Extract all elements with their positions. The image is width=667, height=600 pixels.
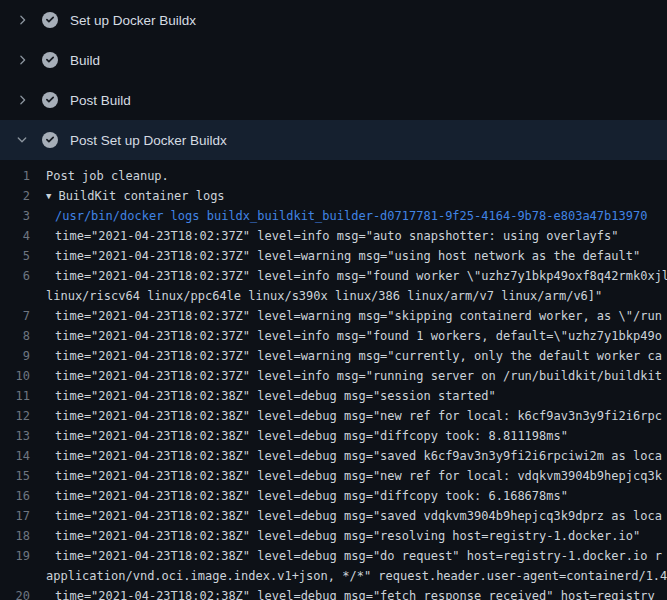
log-line-18: 18 time="2021-04-23T18:02:38Z" level=deb… — [0, 526, 667, 546]
line-content: time="2021-04-23T18:02:38Z" level=debug … — [46, 446, 662, 466]
log-line-16: 16 time="2021-04-23T18:02:38Z" level=deb… — [0, 486, 667, 506]
step-row-set-up-docker-buildx[interactable]: Set up Docker Buildx — [0, 0, 667, 40]
line-text: time="2021-04-23T18:02:38Z" level=debug … — [55, 586, 655, 600]
line-text: time="2021-04-23T18:02:38Z" level=debug … — [55, 486, 568, 506]
check-circle-icon — [42, 52, 58, 68]
line-number[interactable]: 20 — [0, 586, 46, 600]
triangle-down-icon[interactable]: ▼ — [46, 186, 51, 206]
line-text: time="2021-04-23T18:02:37Z" level=warnin… — [55, 346, 662, 366]
step-row-build[interactable]: Build — [0, 40, 667, 80]
line-content: time="2021-04-23T18:02:38Z" level=debug … — [46, 426, 568, 446]
step-row-post-build[interactable]: Post Build — [0, 80, 667, 120]
line-content: time="2021-04-23T18:02:38Z" level=debug … — [46, 466, 662, 486]
log-line-7: 7 time="2021-04-23T18:02:37Z" level=warn… — [0, 306, 667, 326]
log-line-9: 9 time="2021-04-23T18:02:37Z" level=warn… — [0, 346, 667, 366]
step-row-post-set-up-docker-buildx[interactable]: Post Set up Docker Buildx — [0, 120, 667, 160]
log-line-2: 2 ▼BuildKit container logs — [0, 186, 667, 206]
log-line-13: 13 time="2021-04-23T18:02:38Z" level=deb… — [0, 426, 667, 446]
line-text: time="2021-04-23T18:02:38Z" level=debug … — [55, 546, 662, 566]
line-content: time="2021-04-23T18:02:38Z" level=debug … — [46, 526, 640, 546]
line-text[interactable]: BuildKit container logs — [58, 186, 224, 206]
line-text: time="2021-04-23T18:02:38Z" level=debug … — [55, 466, 662, 486]
line-text: Post job cleanup. — [46, 166, 169, 186]
check-circle-icon — [42, 12, 58, 28]
log-line-continuation: linux/riscv64 linux/ppc64le linux/s390x … — [0, 286, 667, 306]
line-content: time="2021-04-23T18:02:37Z" level=warnin… — [46, 246, 640, 266]
line-text: application/vnd.oci.image.index.v1+json,… — [46, 566, 667, 586]
line-text: time="2021-04-23T18:02:37Z" level=info m… — [55, 326, 662, 346]
line-content: time="2021-04-23T18:02:37Z" level=info m… — [46, 226, 619, 246]
line-content: time="2021-04-23T18:02:38Z" level=debug … — [46, 486, 568, 506]
chevron-down-icon — [14, 132, 30, 148]
log-line-11: 11 time="2021-04-23T18:02:38Z" level=deb… — [0, 386, 667, 406]
log-line-19: 19 time="2021-04-23T18:02:38Z" level=deb… — [0, 546, 667, 566]
line-number[interactable]: 8 — [0, 326, 46, 346]
chevron-right-icon — [14, 92, 30, 108]
line-content: time="2021-04-23T18:02:38Z" level=debug … — [46, 386, 496, 406]
step-label: Build — [70, 53, 100, 68]
line-text: time="2021-04-23T18:02:37Z" level=info m… — [55, 366, 662, 386]
line-content: time="2021-04-23T18:02:37Z" level=warnin… — [46, 306, 662, 326]
line-text: time="2021-04-23T18:02:37Z" level=info m… — [55, 266, 667, 286]
line-content: time="2021-04-23T18:02:38Z" level=debug … — [46, 546, 662, 566]
line-text: /usr/bin/docker logs buildx_buildkit_bui… — [55, 206, 647, 226]
step-label: Set up Docker Buildx — [70, 13, 196, 28]
line-text: time="2021-04-23T18:02:38Z" level=debug … — [55, 526, 640, 546]
line-content: time="2021-04-23T18:02:37Z" level=info m… — [46, 366, 662, 386]
line-content: Post job cleanup. — [46, 166, 169, 186]
log-line-6: 6 time="2021-04-23T18:02:37Z" level=info… — [0, 266, 667, 286]
log-line-10: 10 time="2021-04-23T18:02:37Z" level=inf… — [0, 366, 667, 386]
line-number[interactable]: 12 — [0, 406, 46, 426]
log-line-4: 4 time="2021-04-23T18:02:37Z" level=info… — [0, 226, 667, 246]
log-line-12: 12 time="2021-04-23T18:02:38Z" level=deb… — [0, 406, 667, 426]
line-text: time="2021-04-23T18:02:38Z" level=debug … — [55, 426, 568, 446]
log-line-1: 1 Post job cleanup. — [0, 166, 667, 186]
log-line-14: 14 time="2021-04-23T18:02:38Z" level=deb… — [0, 446, 667, 466]
line-number[interactable]: 6 — [0, 266, 46, 286]
line-number[interactable]: 16 — [0, 486, 46, 506]
line-number[interactable]: 11 — [0, 386, 46, 406]
line-number[interactable]: 1 — [0, 166, 46, 186]
line-number[interactable]: 13 — [0, 426, 46, 446]
line-text: time="2021-04-23T18:02:38Z" level=debug … — [55, 406, 662, 426]
chevron-right-icon — [14, 52, 30, 68]
line-number[interactable]: 5 — [0, 246, 46, 266]
line-content: time="2021-04-23T18:02:38Z" level=debug … — [46, 506, 662, 526]
check-circle-icon — [42, 92, 58, 108]
log-line-15: 15 time="2021-04-23T18:02:38Z" level=deb… — [0, 466, 667, 486]
log-line-5: 5 time="2021-04-23T18:02:37Z" level=warn… — [0, 246, 667, 266]
line-text: time="2021-04-23T18:02:38Z" level=debug … — [55, 386, 496, 406]
line-number[interactable]: 19 — [0, 546, 46, 566]
actions-log-page: Set up Docker Buildx Build Post Build Po… — [0, 0, 667, 600]
steps-list: Set up Docker Buildx Build Post Build Po… — [0, 0, 667, 160]
line-text: time="2021-04-23T18:02:37Z" level=warnin… — [55, 246, 640, 266]
line-content: time="2021-04-23T18:02:38Z" level=debug … — [46, 406, 662, 426]
line-number[interactable]: 4 — [0, 226, 46, 246]
chevron-right-icon — [14, 12, 30, 28]
line-number[interactable]: 10 — [0, 366, 46, 386]
log-line-8: 8 time="2021-04-23T18:02:37Z" level=info… — [0, 326, 667, 346]
log-line-continuation: application/vnd.oci.image.index.v1+json,… — [0, 566, 667, 586]
line-number[interactable]: 7 — [0, 306, 46, 326]
line-number[interactable]: 17 — [0, 506, 46, 526]
line-text: time="2021-04-23T18:02:38Z" level=debug … — [55, 506, 662, 526]
line-number[interactable]: 14 — [0, 446, 46, 466]
line-content: time="2021-04-23T18:02:38Z" level=debug … — [46, 586, 655, 600]
line-number[interactable]: 15 — [0, 466, 46, 486]
line-content: linux/riscv64 linux/ppc64le linux/s390x … — [46, 286, 602, 306]
line-text: time="2021-04-23T18:02:38Z" level=debug … — [55, 446, 662, 466]
line-text: linux/riscv64 linux/ppc64le linux/s390x … — [46, 286, 602, 306]
line-content: /usr/bin/docker logs buildx_buildkit_bui… — [46, 206, 647, 226]
line-content: time="2021-04-23T18:02:37Z" level=info m… — [46, 326, 662, 346]
step-label: Post Set up Docker Buildx — [70, 133, 227, 148]
line-text: time="2021-04-23T18:02:37Z" level=warnin… — [55, 306, 662, 326]
line-content: time="2021-04-23T18:02:37Z" level=info m… — [46, 266, 667, 286]
log-line-3: 3 /usr/bin/docker logs buildx_buildkit_b… — [0, 206, 667, 226]
line-number[interactable]: 9 — [0, 346, 46, 366]
log-panel: 1 Post job cleanup. 2 ▼BuildKit containe… — [0, 160, 667, 600]
line-text: time="2021-04-23T18:02:37Z" level=info m… — [55, 226, 619, 246]
line-number[interactable]: 18 — [0, 526, 46, 546]
line-number[interactable]: 3 — [0, 206, 46, 226]
line-content: time="2021-04-23T18:02:37Z" level=warnin… — [46, 346, 662, 366]
line-number[interactable]: 2 — [0, 186, 46, 206]
